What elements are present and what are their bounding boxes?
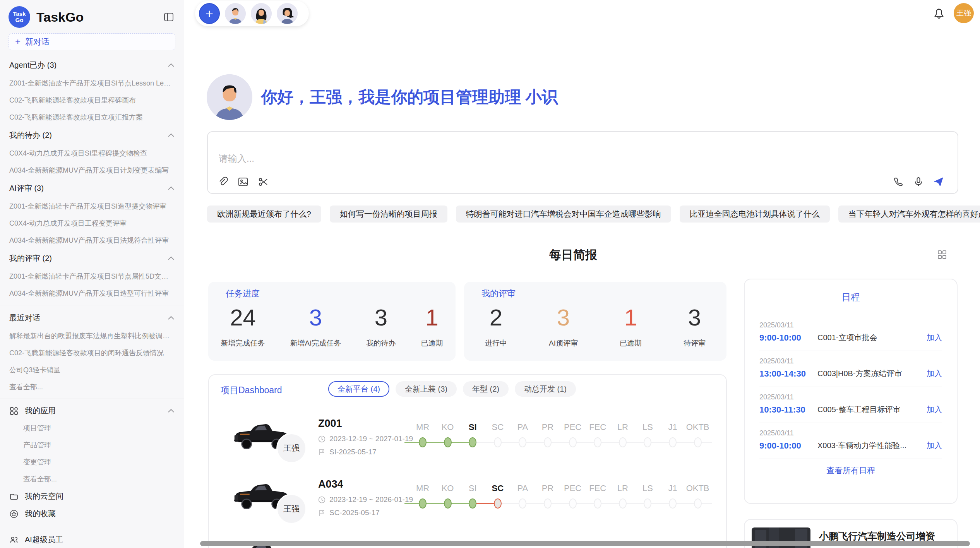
tab-year-model[interactable]: 年型 (2) bbox=[463, 381, 509, 397]
suggestion-chip[interactable]: 当下年轻人对汽车外观有怎样的喜好趋势 bbox=[838, 206, 980, 223]
milestone-label: PR bbox=[534, 483, 561, 493]
milestone-dot[interactable] bbox=[519, 437, 526, 447]
notification-bell-icon[interactable] bbox=[932, 7, 946, 21]
milestone-dot[interactable] bbox=[544, 437, 552, 447]
sidebar-item-ai-staff[interactable]: AI超级员工 bbox=[0, 531, 184, 548]
milestone-dot[interactable] bbox=[644, 498, 651, 509]
list-item[interactable]: 公司Q3轻卡销量 bbox=[0, 361, 184, 378]
milestone-dot[interactable] bbox=[569, 437, 577, 447]
view-all-link[interactable]: 查看全部... bbox=[0, 378, 184, 396]
section-my-review[interactable]: 我的评审 (2) bbox=[0, 249, 184, 268]
layout-grid-icon[interactable] bbox=[937, 249, 947, 260]
new-chat-label: 新对话 bbox=[25, 36, 50, 47]
list-item[interactable]: C02-飞腾新能源轻客改款项目立项汇报方案 bbox=[0, 109, 184, 126]
stat: 1已逾期 bbox=[421, 305, 443, 348]
chat-input[interactable] bbox=[218, 153, 684, 164]
milestone-label: LS bbox=[634, 483, 661, 493]
milestone-dot[interactable] bbox=[544, 498, 552, 509]
suggestion-chip[interactable]: 比亚迪全固态电池计划具体说了什么 bbox=[680, 206, 830, 223]
scissors-icon[interactable] bbox=[257, 176, 269, 188]
schedule-card: 日程 2025/03/11 9:00-10:00 C001-立项审批会 加入 2… bbox=[744, 279, 958, 504]
section-label: 我的评审 (2) bbox=[9, 253, 52, 264]
milestone-dot[interactable] bbox=[594, 498, 601, 509]
milestone-dot[interactable] bbox=[619, 498, 627, 509]
milestone-dot[interactable] bbox=[494, 437, 502, 447]
section-ai-review[interactable]: AI评审 (3) bbox=[0, 179, 184, 198]
sidebar-item-cloud-space[interactable]: 我的云空间 bbox=[0, 488, 184, 505]
horizontal-scrollbar[interactable] bbox=[200, 541, 970, 546]
sidebar-item-project-mgmt[interactable]: 项目管理 bbox=[0, 420, 184, 437]
milestone-label: LS bbox=[634, 422, 661, 432]
milestone-label: OKTB bbox=[684, 483, 711, 493]
sidebar-item-change-mgmt[interactable]: 变更管理 bbox=[0, 454, 184, 471]
event-date: 2025/03/11 bbox=[759, 393, 942, 401]
milestone-dot[interactable] bbox=[444, 498, 452, 509]
list-item[interactable]: Z001-全新燃油轻卡产品开发项目SI造型提交物评审 bbox=[0, 198, 184, 215]
image-icon[interactable] bbox=[237, 176, 249, 188]
microphone-icon[interactable] bbox=[913, 176, 924, 188]
avatar[interactable] bbox=[225, 3, 246, 24]
milestone-strip: MRKOSISCPAPRPECFECLRLSJ1OKTB bbox=[209, 483, 727, 514]
section-my-todo[interactable]: 我的待办 (2) bbox=[0, 126, 184, 145]
milestone-dot[interactable] bbox=[594, 437, 601, 447]
milestone-dot[interactable] bbox=[419, 498, 427, 509]
milestone-dot[interactable] bbox=[694, 437, 702, 447]
sidebar-item-product-mgmt[interactable]: 产品管理 bbox=[0, 437, 184, 454]
milestone-label: SI bbox=[459, 422, 486, 432]
list-item[interactable]: 解释最新出台的欧盟报废车法规再生塑料比例被调至15%... bbox=[0, 327, 184, 344]
milestone-dot[interactable] bbox=[569, 498, 577, 509]
send-icon[interactable] bbox=[933, 176, 944, 188]
phone-icon[interactable] bbox=[893, 176, 904, 188]
milestone-dot[interactable] bbox=[694, 498, 702, 509]
chevron-up-icon bbox=[168, 316, 175, 320]
schedule-row: 2025/03/11 10:30-11:30 C005-整车工程目标评审 加入 bbox=[759, 387, 942, 423]
list-item[interactable]: C02-飞腾新能源轻客改款项目的闭环通告反馈情况 bbox=[0, 344, 184, 361]
join-link[interactable]: 加入 bbox=[927, 368, 942, 379]
tab-all-new-platform[interactable]: 全新平台 (4) bbox=[328, 381, 389, 397]
milestone-dot[interactable] bbox=[469, 498, 476, 509]
section-recent-chats[interactable]: 最近对话 bbox=[0, 308, 184, 327]
join-link[interactable]: 加入 bbox=[927, 332, 942, 343]
list-item[interactable]: C0X4-动力总成开发项目工程变更评审 bbox=[0, 215, 184, 232]
sidebar-item-my-apps[interactable]: 我的应用 bbox=[0, 402, 184, 420]
view-all-schedule-link[interactable]: 查看所有日程 bbox=[745, 465, 957, 476]
event-title: C003|H0B-方案冻结评审 bbox=[817, 368, 927, 379]
join-link[interactable]: 加入 bbox=[927, 404, 942, 415]
add-agent-button[interactable]: + bbox=[199, 3, 220, 24]
milestone-dot[interactable] bbox=[669, 437, 677, 447]
suggestion-chip[interactable]: 欧洲新规最近颁布了什么? bbox=[207, 206, 321, 223]
list-item[interactable]: Z001-全新燃油皮卡产品开发项目SI节点Lesson Learn报告 bbox=[0, 75, 184, 92]
tab-new-body[interactable]: 全新上装 (3) bbox=[396, 381, 457, 397]
milestone-dot[interactable] bbox=[469, 437, 476, 447]
section-agent-done[interactable]: Agent已办 (3) bbox=[0, 56, 184, 75]
milestone-dot[interactable] bbox=[644, 437, 651, 447]
list-item[interactable]: A034-全新新能源MUV产品开发项目法规符合性评审 bbox=[0, 232, 184, 249]
milestone-dot[interactable] bbox=[444, 437, 452, 447]
list-item[interactable]: Z001-全新燃油轻卡产品开发项目SI节点属性5D文件评审 bbox=[0, 268, 184, 285]
join-link[interactable]: 加入 bbox=[927, 440, 942, 451]
stat: 1已逾期 bbox=[620, 305, 642, 348]
attachment-icon[interactable] bbox=[217, 176, 229, 188]
chevron-up-icon bbox=[168, 409, 175, 413]
view-all-link[interactable]: 查看全部... bbox=[0, 471, 184, 488]
milestone-dot[interactable] bbox=[619, 437, 627, 447]
sidebar-item-favorites[interactable]: 我的收藏 bbox=[0, 505, 184, 522]
suggestion-chip[interactable]: 特朗普可能对进口汽车增税会对中国车企造成哪些影响 bbox=[456, 206, 671, 223]
user-avatar[interactable]: 王强 bbox=[954, 3, 974, 23]
milestone-dot[interactable] bbox=[519, 498, 526, 509]
milestone-dot[interactable] bbox=[669, 498, 677, 509]
tab-powertrain[interactable]: 动总开发 (1) bbox=[515, 381, 576, 397]
suggestion-chip[interactable]: 如何写一份清晰的项目周报 bbox=[330, 206, 447, 223]
list-item[interactable]: C02-飞腾新能源轻客改款项目里程碑画布 bbox=[0, 92, 184, 109]
sidebar-collapse-icon[interactable] bbox=[162, 10, 175, 24]
milestone-dot[interactable] bbox=[494, 498, 502, 509]
avatar[interactable] bbox=[251, 3, 272, 24]
avatar[interactable] bbox=[277, 3, 298, 24]
list-item[interactable]: C0X4-动力总成开发项目SI里程碑提交物检查 bbox=[0, 145, 184, 162]
milestone-dot[interactable] bbox=[419, 437, 427, 447]
schedule-row: 2025/03/11 9:00-10:00 C001-立项审批会 加入 bbox=[759, 315, 942, 351]
new-chat-button[interactable]: + 新对话 bbox=[9, 33, 175, 50]
stat: 3我的待办 bbox=[366, 305, 396, 348]
list-item[interactable]: A034-全新新能源MUV产品开发项目计划变更表编写 bbox=[0, 162, 184, 179]
list-item[interactable]: A034-全新新能源MUV产品开发项目造型可行性评审 bbox=[0, 285, 184, 302]
